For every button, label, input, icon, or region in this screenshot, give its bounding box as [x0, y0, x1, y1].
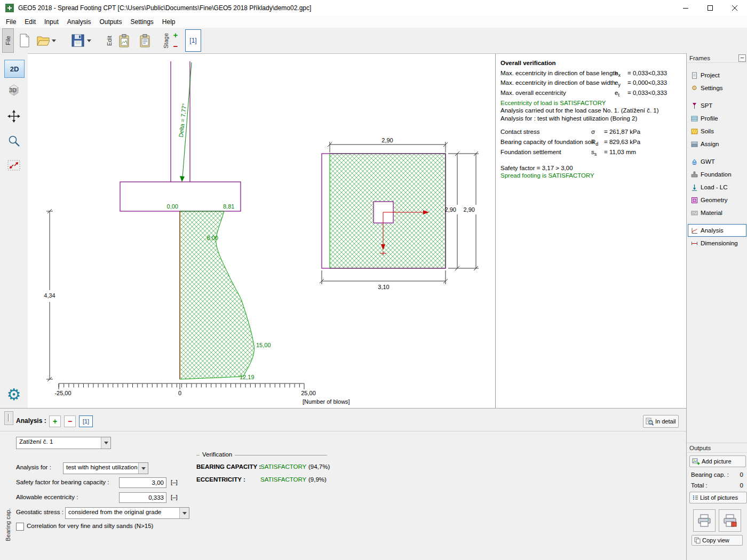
add-analysis-button[interactable]: + — [49, 415, 61, 427]
toolbar: File Edit Stage + − [1] — [0, 28, 747, 54]
menu-help[interactable]: Help — [158, 17, 180, 27]
save-dropdown-icon[interactable] — [87, 39, 91, 42]
open-file-button[interactable] — [34, 30, 58, 51]
axis-tick-label: -25,00 — [54, 390, 71, 396]
zoom-fit-button[interactable] — [4, 156, 23, 175]
frames-item-assign[interactable]: Assign — [688, 138, 746, 150]
profile-value: 8,81 — [223, 203, 234, 210]
remove-analysis-button[interactable]: − — [64, 415, 76, 427]
new-file-button[interactable] — [16, 30, 33, 51]
gear-icon: ⚙ — [7, 385, 21, 404]
view-3d-button[interactable]: 3D — [4, 81, 23, 100]
copy-picture-button[interactable] — [115, 30, 134, 51]
print-settings-button[interactable] — [719, 509, 741, 532]
dimensioning-icon — [691, 240, 698, 247]
plan-dimension-label: 2,90 — [445, 206, 456, 213]
file-ribbon-tab[interactable]: File — [2, 28, 14, 53]
geometry-icon — [691, 197, 698, 204]
analysis-1-button[interactable]: [1] — [79, 415, 93, 427]
allowable-eccentricity-input[interactable] — [119, 492, 166, 503]
menu-analysis[interactable]: Analysis — [63, 17, 96, 27]
correlation-checkbox[interactable] — [16, 523, 24, 531]
result-line: Analysis for : test with highest utiliza… — [500, 115, 684, 123]
bearing-capacity-status: SATISFACTORY — [260, 463, 306, 470]
remove-stage-icon[interactable]: − — [171, 42, 180, 51]
save-file-button[interactable] — [67, 30, 95, 51]
pan-arrows-icon — [7, 110, 20, 123]
analysis-bottom-panel: Bearing cap. Analysis : + − [1] In detai… — [0, 408, 686, 560]
bearing-picture-count: Bearing cap. : 0 — [691, 471, 743, 478]
in-detail-button[interactable]: In detail — [643, 415, 679, 428]
geostatic-stress-select[interactable]: considered from the original grade — [65, 507, 189, 519]
safety-factor-input[interactable] — [119, 477, 166, 488]
cpt-section-drawing: Delta = 7,77° 0,00 8,81 8,00 15,00 12,19… — [28, 54, 495, 409]
allowable-eccentricity-label: Allowable eccentricity : — [16, 494, 78, 500]
save-icon — [71, 34, 85, 47]
eccentricity-utilization: (9,9%) — [308, 476, 327, 483]
axis-tick-label: 25,00 — [301, 390, 316, 396]
add-picture-button[interactable]: Add picture — [689, 455, 746, 467]
maximize-icon[interactable] — [698, 0, 722, 16]
verification-results: Overall verification Max. eccentricity i… — [500, 59, 684, 180]
pan-tool-button[interactable] — [4, 107, 23, 126]
add-picture-icon — [692, 458, 700, 465]
frames-item-settings[interactable]: ⚙ Settings — [688, 82, 746, 94]
add-stage-icon[interactable]: + — [171, 31, 180, 39]
copy-report-icon — [139, 34, 152, 48]
menu-edit[interactable]: Edit — [20, 17, 40, 27]
view-2d-button[interactable]: 2D — [4, 60, 25, 78]
menu-file[interactable]: File — [2, 17, 20, 27]
copy-report-button[interactable] — [136, 30, 156, 51]
drawing-canvas[interactable]: Delta = 7,77° 0,00 8,81 8,00 15,00 12,19… — [28, 53, 686, 409]
frames-item-load-lc[interactable]: Load - LC — [688, 181, 746, 194]
result-line: Foundation settlement ss = 11,03 mm — [500, 148, 684, 158]
outputs-panel: Outputs Add picture Bearing cap. : 0 Tot… — [687, 443, 747, 453]
new-file-icon — [19, 34, 30, 47]
zoom-tool-button[interactable] — [4, 131, 23, 150]
frames-item-foundation[interactable]: Foundation — [688, 168, 746, 181]
geostatic-stress-label: Geostatic stress : — [16, 509, 63, 515]
frames-item-geometry[interactable]: Geometry — [688, 194, 746, 206]
analysis-panel-title: Analysis : — [16, 417, 46, 425]
frames-item-soils[interactable]: Soils — [688, 125, 746, 138]
overall-status: Spread footing is SATISFACTORY — [500, 172, 684, 180]
chevron-down-icon[interactable] — [138, 463, 148, 474]
analysis-for-label: Analysis for : — [16, 464, 51, 470]
drawing-settings-button[interactable]: ⚙ — [4, 384, 23, 405]
list-of-pictures-button[interactable]: List of pictures — [689, 492, 747, 503]
chevron-down-icon[interactable] — [101, 437, 110, 449]
bearing-capacity-utilization: (94,7%) — [308, 463, 330, 470]
frames-item-analysis[interactable]: Analysis — [688, 224, 746, 237]
frames-item-spt[interactable]: SPT — [688, 99, 746, 112]
magnifier-icon — [8, 135, 20, 147]
menu-input[interactable]: Input — [40, 17, 63, 27]
total-picture-count: Total : 0 — [691, 482, 743, 489]
panel-tab-grip[interactable] — [4, 411, 13, 425]
print-button[interactable] — [693, 509, 716, 532]
chevron-down-icon[interactable] — [179, 508, 189, 518]
load-case-select[interactable]: Zatížení č. 1 — [16, 437, 111, 449]
frames-item-material[interactable]: Material — [688, 206, 746, 219]
open-dropdown-icon[interactable] — [52, 39, 56, 42]
material-icon — [691, 210, 698, 217]
settings-gear-icon: ⚙ — [691, 85, 698, 92]
frames-item-dimensioning[interactable]: Dimensioning — [688, 237, 746, 250]
app-icon — [5, 3, 14, 13]
close-icon[interactable] — [722, 0, 747, 16]
frames-item-profile[interactable]: Profile — [688, 112, 746, 125]
menu-outputs[interactable]: Outputs — [95, 17, 126, 27]
frames-minimize-icon[interactable] — [738, 54, 746, 62]
minimize-icon[interactable] — [673, 0, 698, 16]
axis-tick-label: 0 — [178, 390, 181, 396]
correlation-label: Correlation for very fine and silty sand… — [27, 523, 153, 529]
copy-view-button[interactable]: Copy view — [692, 535, 743, 546]
load-lc-icon — [691, 184, 698, 191]
eccentricity-status: Eccentricity of load is SATISFACTORY — [500, 99, 684, 107]
menu-settings[interactable]: Settings — [126, 17, 157, 27]
frames-item-gwt[interactable]: GWT — [688, 155, 746, 168]
analysis-for-select[interactable]: test with highest utilization — [63, 462, 148, 474]
frames-list: Project ⚙ Settings SPT Profile Soils Ass… — [687, 63, 747, 250]
bearing-cap-tab[interactable]: Bearing cap. — [3, 495, 12, 554]
frames-item-project[interactable]: Project — [688, 69, 746, 82]
stage-1-button[interactable]: [1] — [185, 29, 201, 52]
